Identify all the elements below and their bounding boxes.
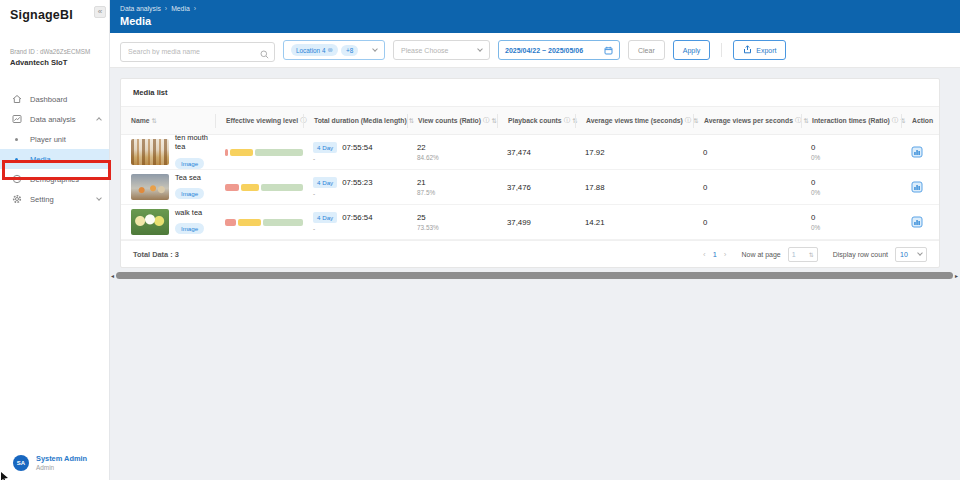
column-header-interaction-times-ratio[interactable]: Interaction times (Ratio)ⓘ⇅ [801,114,901,128]
bullet-icon [15,158,18,161]
bar-segment-red [225,149,228,156]
report-action-button[interactable] [911,146,923,158]
interaction-ratio: 0% [811,189,901,196]
media-name: walk tea [175,209,204,218]
view-ratio: 84.62% [417,154,497,161]
chevron-down-icon [917,250,923,256]
report-chart-icon [911,181,923,193]
clear-button[interactable]: Clear [628,40,665,60]
column-header-average-views-time-seconds[interactable]: Average views time (seconds)ⓘ⇅ [575,114,693,128]
column-label: Average views per seconds [704,117,793,124]
sidebar-nav: Dashboard Data analysis Player unit Medi… [0,89,109,209]
next-page-icon[interactable]: › [724,250,727,259]
chevron-down-icon [372,46,378,52]
date-range-picker[interactable]: 2025/04/22 ~ 2025/05/06 [498,40,620,60]
scrollbar-thumb[interactable] [116,272,953,279]
media-type-badge: Image [175,188,204,199]
breadcrumb-item-data-analysis[interactable]: Data analysis [120,5,161,12]
export-icon [743,45,752,55]
column-header-effective-viewing-level: Effective viewing levelⓘ [215,114,303,128]
average-views-per-second: 0 [703,218,801,227]
duration-value: 07:55:54 [342,143,372,152]
bar-segment-red [225,219,236,226]
sort-icon[interactable]: ⇅ [152,117,157,125]
scroll-right-icon[interactable]: ▸ [955,273,958,279]
interaction-count: 0 [811,213,901,222]
info-icon: ⓘ [564,116,571,125]
row-count-select[interactable]: 10 [895,247,927,262]
bar-segment-yellow [230,149,253,156]
playback-count: 37,476 [507,183,575,192]
user-profile[interactable]: SA System Admin Admin [13,454,87,471]
report-action-button[interactable] [911,216,923,228]
location-select[interactable]: Location 4 ⊗ +8 [283,40,385,60]
view-count: 21 [417,178,497,187]
previous-page-icon[interactable]: ‹ [703,250,706,259]
page-number[interactable]: 1 [713,250,717,259]
scroll-left-icon[interactable]: ◂ [111,273,114,279]
select-placeholder: Please Choose [401,47,478,54]
column-header-total-duration-media-length[interactable]: Total duration (Media length)⇅ [303,114,407,128]
media-thumbnail [131,209,169,235]
app-root: SignageBI « Brand ID : dWa26ZsECMSM Adva… [0,0,960,480]
duration-value: 07:55:23 [342,178,372,187]
apply-button[interactable]: Apply [673,40,711,60]
page-input[interactable]: 1 ⇅ [788,247,818,262]
table-row: Tea sea Image 4 Day 07:55:23 - 21 87.5% … [121,170,939,205]
sidebar-item-label: Setting [30,195,54,204]
duration-days-badge: 4 Day [313,177,337,188]
media-type-badge: Image [175,158,204,169]
bar-segment-green [255,149,303,156]
column-label: Name [131,117,150,124]
sidebar-collapse-button[interactable]: « [94,6,106,18]
chevron-down-icon [477,46,483,52]
info-icon: ⓘ [892,116,899,125]
playback-count: 37,499 [507,218,575,227]
column-header-playback-counts[interactable]: Playback countsⓘ⇅ [497,114,575,128]
column-label: Playback counts [508,117,562,124]
report-chart-icon [911,216,923,228]
brand-id: Brand ID : dWa26ZsECMSM [10,48,99,55]
breadcrumb-item-media[interactable]: Media [171,5,190,12]
sidebar-item-data-analysis[interactable]: Data analysis [0,109,109,129]
export-button[interactable]: Export [733,40,786,60]
calendar-icon [604,41,613,59]
media-list-card: Media list Name⇅Effective viewing levelⓘ… [120,78,940,268]
duration-sub: - [313,225,407,232]
column-header-name[interactable]: Name⇅ [121,114,215,128]
collapse-icon: « [98,7,102,16]
clock-icon [11,174,22,185]
stepper-icon[interactable]: ⇅ [809,251,814,258]
effective-viewing-level-bar [225,149,303,156]
search-icon [260,45,269,63]
bar-segment-yellow [241,184,259,191]
sidebar-item-setting[interactable]: Setting [0,189,109,209]
media-search [120,40,275,60]
view-count: 22 [417,143,497,152]
column-header-average-views-per-seconds[interactable]: Average views per secondsⓘ⇅ [693,114,801,128]
location-chip: Location 4 ⊗ [291,44,338,56]
sidebar-item-media[interactable]: Media [0,149,109,169]
search-input[interactable] [120,42,275,62]
sidebar-item-player-unit[interactable]: Player unit [0,129,109,149]
view-ratio: 87.5% [417,189,497,196]
media-type-select[interactable]: Please Choose [393,40,490,60]
interaction-count: 0 [811,178,901,187]
date-range-value: 2025/04/22 ~ 2025/05/06 [505,47,600,54]
column-label: Interaction times (Ratio) [812,117,890,124]
bar-segment-yellow [238,219,261,226]
media-thumbnail [131,139,169,165]
pagination: ‹ 1 › Now at page 1 ⇅ Display row count … [703,247,927,262]
horizontal-scrollbar[interactable]: ◂ ▸ [111,270,958,281]
average-views-time: 14.21 [585,218,693,227]
sidebar: SignageBI « Brand ID : dWa26ZsECMSM Adva… [0,0,110,480]
column-label: Average views time (seconds) [586,117,683,124]
sidebar-item-dashboard[interactable]: Dashboard [0,89,109,109]
chip-close-icon[interactable]: ⊗ [328,46,333,54]
column-header-view-counts-ratio[interactable]: View counts (Ratio)ⓘ⇅ [407,114,497,128]
media-thumbnail [131,174,169,200]
report-action-button[interactable] [911,181,923,193]
media-name: Tea sea [175,174,204,183]
sidebar-item-demographics[interactable]: Demographics [0,169,109,189]
table-footer: Total Data : 3 ‹ 1 › Now at page 1 ⇅ Dis… [121,240,939,267]
